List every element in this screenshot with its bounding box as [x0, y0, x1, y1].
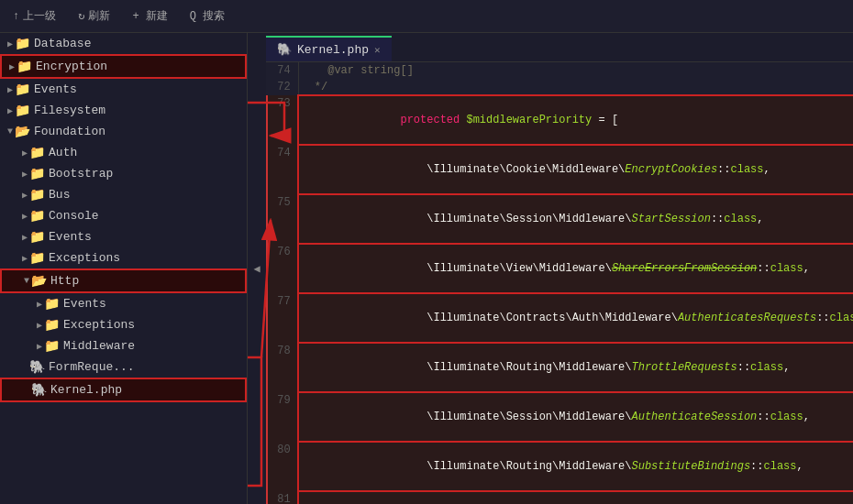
table-row: 76 \Illuminate\View\Middleware\ShareErro…: [267, 244, 853, 293]
chevron-icon: ▶: [37, 299, 42, 310]
table-row: 81 \Illuminate\Auth\Middleware\Authorize…: [267, 491, 853, 504]
sidebar-item-bus[interactable]: ▶ 📁 Bus: [0, 184, 247, 205]
folder-icon: 📁: [29, 145, 45, 160]
sidebar-item-console[interactable]: ▶ 📁 Console: [0, 205, 247, 226]
chevron-icon: ▼: [7, 126, 13, 137]
chevron-icon: ▶: [22, 169, 28, 180]
sidebar-item-foundation-events[interactable]: ▶ 📁 Events: [0, 226, 247, 247]
sidebar-collapse-button[interactable]: ◀: [248, 33, 266, 504]
table-row: 78 \Illuminate\Routing\Middleware\Thrott…: [267, 343, 853, 392]
folder-icon: 📁: [29, 229, 45, 245]
sidebar-item-kernel[interactable]: ▶ 🐘 Kernel.php: [0, 378, 247, 402]
php-file-icon: 🐘: [29, 359, 45, 375]
folder-icon: 📁: [29, 166, 45, 181]
chevron-icon: ▶: [22, 148, 28, 159]
chevron-icon: ▶: [22, 211, 28, 222]
table-row: 77 \Illuminate\Contracts\Auth\Middleware…: [267, 293, 853, 343]
folder-icon: 📁: [29, 187, 45, 203]
table-row: 74 @var string[]: [267, 62, 853, 79]
sidebar-item-http-exceptions[interactable]: ▶ 📁 Exceptions: [0, 314, 247, 335]
table-row: 80 \Illuminate\Routing\Middleware\Substi…: [267, 442, 853, 491]
folder-open-icon: 📂: [31, 273, 47, 289]
main-content: ▶ 📁 Database ▶ 📁 Encryption ▶ 📁 Events ▶…: [0, 33, 853, 504]
toolbar: ↑ 上一级 ↻ 刷新 + 新建 Q 搜索: [0, 0, 853, 33]
folder-icon: 📁: [44, 317, 60, 333]
sidebar-item-http-middleware[interactable]: ▶ 📁 Middleware: [0, 335, 247, 356]
folder-icon: 📁: [29, 250, 45, 266]
sidebar: ▶ 📁 Database ▶ 📁 Encryption ▶ 📁 Events ▶…: [0, 33, 248, 504]
sidebar-item-http-events[interactable]: ▶ 📁 Events: [0, 293, 247, 314]
editor-container: 🐘 Kernel.php ✕ 74 @var string[] 72 */: [266, 33, 853, 504]
php-file-icon: 🐘: [31, 382, 47, 398]
back-icon: ↑: [13, 10, 19, 23]
sidebar-item-database[interactable]: ▶ 📁 Database: [0, 33, 247, 54]
chevron-icon: ▶: [7, 38, 13, 49]
tab-kernel[interactable]: 🐘 Kernel.php ✕: [266, 36, 392, 61]
folder-icon: 📁: [15, 82, 30, 97]
sidebar-item-bootstrap[interactable]: ▶ 📁 Bootstrap: [0, 163, 247, 184]
chevron-icon: ▶: [37, 341, 42, 352]
chevron-icon: ▼: [24, 276, 29, 286]
sidebar-item-formrequest[interactable]: ▶ 🐘 FormReque...: [0, 356, 247, 378]
chevron-icon: ▶: [22, 232, 28, 243]
chevron-icon: ▶: [22, 190, 28, 201]
code-table: 74 @var string[] 72 */ 73 protected $mid…: [266, 62, 853, 504]
search-button[interactable]: Q 搜索: [184, 5, 230, 27]
table-row: 74 \Illuminate\Cookie\Middleware\Encrypt…: [267, 145, 853, 194]
sidebar-item-foundation[interactable]: ▼ 📂 Foundation: [0, 121, 247, 142]
sidebar-item-http[interactable]: ▼ 📂 Http: [0, 268, 247, 293]
table-row: 73 protected $middlewarePriority = [: [267, 95, 853, 145]
tab-bar: 🐘 Kernel.php ✕: [266, 33, 853, 62]
chevron-icon: ▶: [9, 61, 15, 72]
table-row: 79 \Illuminate\Session\Middleware\Authen…: [267, 392, 853, 442]
sidebar-item-filesystem[interactable]: ▶ 📁 Filesystem: [0, 100, 247, 121]
chevron-icon: ▶: [37, 320, 42, 331]
refresh-icon: ↻: [78, 9, 84, 23]
code-editor[interactable]: 74 @var string[] 72 */ 73 protected $mid…: [266, 62, 853, 504]
folder-icon: 📁: [15, 36, 30, 51]
folder-icon: 📁: [44, 296, 60, 312]
sidebar-item-events[interactable]: ▶ 📁 Events: [0, 79, 247, 100]
chevron-icon: ▶: [22, 253, 28, 264]
chevron-icon: ▶: [7, 84, 13, 95]
sidebar-item-exceptions[interactable]: ▶ 📁 Exceptions: [0, 247, 247, 268]
table-row: 75 \Illuminate\Session\Middleware\StartS…: [267, 194, 853, 244]
folder-icon: 📁: [29, 208, 45, 224]
sidebar-item-encryption[interactable]: ▶ 📁 Encryption: [0, 54, 247, 79]
new-button[interactable]: + 新建: [127, 5, 172, 27]
folder-icon: 📁: [15, 103, 30, 118]
chevron-icon: ▶: [7, 105, 13, 116]
folder-icon: 📁: [44, 338, 60, 354]
back-button[interactable]: ↑ 上一级: [7, 5, 61, 27]
sidebar-item-auth[interactable]: ▶ 📁 Auth: [0, 142, 247, 163]
table-row: 72 */: [267, 79, 853, 95]
refresh-button[interactable]: ↻ 刷新: [72, 5, 116, 27]
folder-open-icon: 📂: [15, 124, 30, 139]
php-tab-icon: 🐘: [277, 42, 292, 57]
folder-icon: 📁: [17, 59, 32, 74]
tab-close-button[interactable]: ✕: [374, 44, 381, 56]
